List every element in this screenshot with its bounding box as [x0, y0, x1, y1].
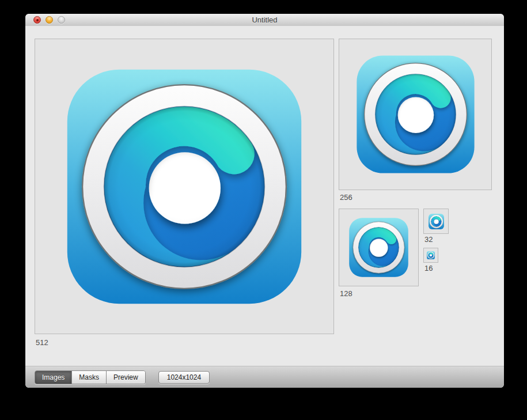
app-icon-512	[67, 69, 302, 304]
swirl-app-icon	[429, 214, 444, 229]
swirl-app-icon	[349, 218, 408, 277]
tab-masks[interactable]: Masks	[72, 371, 107, 384]
preview-canvas: 512 256	[25, 26, 504, 366]
size-label-512: 512	[36, 338, 48, 347]
app-icon-32	[429, 214, 444, 229]
app-icon-256	[357, 55, 475, 173]
view-mode-segmented-control: Images Masks Preview	[35, 370, 146, 384]
tab-images[interactable]: Images	[35, 371, 72, 384]
size-label-256: 256	[340, 193, 352, 202]
size-1024-button[interactable]: 1024x1024	[158, 371, 210, 384]
preview-box-256[interactable]	[339, 39, 492, 190]
preview-box-128[interactable]	[339, 209, 419, 286]
window-title: Untitled	[25, 16, 504, 24]
bottom-toolbar: Images Masks Preview 1024x1024	[25, 366, 504, 388]
swirl-app-icon	[427, 251, 435, 259]
app-icon-128	[349, 218, 408, 277]
title-bar[interactable]: Untitled	[25, 14, 504, 27]
preview-box-32[interactable]	[423, 209, 449, 234]
size-label-128: 128	[340, 289, 352, 298]
size-label-32: 32	[424, 235, 433, 244]
app-window: Untitled 512	[25, 14, 504, 388]
app-icon-16	[427, 251, 435, 259]
preview-box-512[interactable]	[35, 39, 334, 334]
swirl-app-icon	[357, 55, 475, 173]
preview-box-16[interactable]	[423, 248, 438, 263]
tab-preview[interactable]: Preview	[107, 371, 145, 384]
desktop-background: Untitled 512	[0, 0, 527, 420]
swirl-app-icon	[67, 69, 302, 304]
size-label-16: 16	[424, 264, 433, 273]
